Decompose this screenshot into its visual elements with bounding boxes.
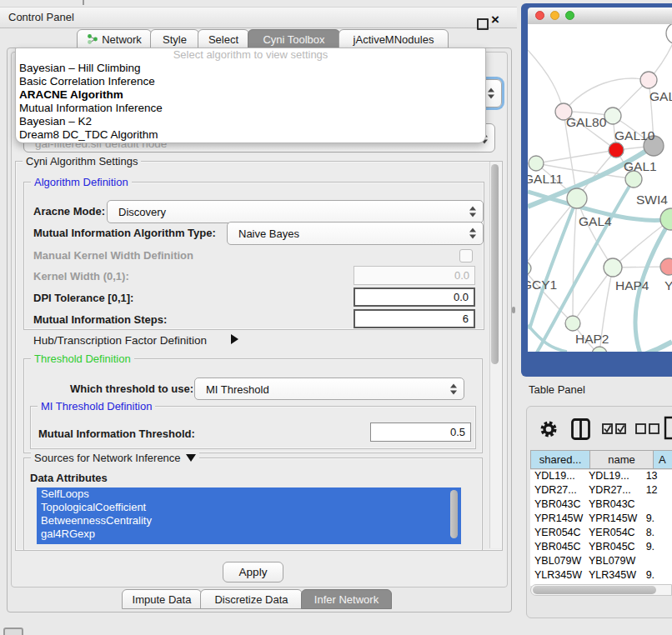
table-row[interactable]: YLR345WYLR345W9. — [530, 569, 672, 583]
tab-infer-network[interactable]: Infer Network — [301, 589, 392, 609]
network-window: GAL GAL80 GAL10 GAL1 GAL11 SWI4 GAL4 GCY… — [521, 3, 672, 377]
network-node-gal1-selected[interactable] — [609, 142, 624, 158]
network-node-hap4[interactable] — [604, 258, 622, 277]
dpi-tolerance-field[interactable]: 0.0 — [354, 288, 475, 307]
kernel-width-field: 0.0 — [354, 266, 475, 285]
attribute-item[interactable]: TopologicalCoefficient — [37, 501, 461, 514]
network-node[interactable] — [660, 208, 672, 230]
tab-discretize-data[interactable]: Discretize Data — [200, 589, 303, 609]
apply-button[interactable]: Apply — [223, 562, 283, 582]
table-row[interactable]: YPR145WYPR145W9. — [530, 512, 672, 527]
partial-bottom-icon[interactable] — [3, 628, 23, 635]
tab-style[interactable]: Style — [150, 29, 199, 49]
tab-impute-data[interactable]: Impute Data — [122, 589, 202, 609]
attribute-list-scrollbar[interactable] — [450, 490, 458, 538]
minimize-traffic-light-icon[interactable] — [550, 11, 559, 20]
tab-cyni-toolbox[interactable]: Cyni Toolbox — [248, 29, 340, 49]
aracne-mode-value: Discovery — [118, 206, 166, 218]
tab-label: Select — [208, 33, 238, 46]
mi-threshold-label: Mutual Information Threshold: — [38, 428, 195, 440]
kernel-width-label: Kernel Width (0,1): — [33, 270, 129, 282]
table-row[interactable]: YDR27...YDR27...12 — [530, 484, 672, 498]
node-label: GAL10 — [614, 128, 655, 142]
select-all-checks-icon[interactable] — [602, 423, 627, 435]
network-window-titlebar[interactable] — [528, 8, 672, 25]
which-threshold-value: MI Threshold — [206, 382, 269, 395]
top-strip-mark — [83, 0, 84, 5]
dropdown-item[interactable]: Basic Correlation Inference — [16, 75, 485, 88]
tab-label: Impute Data — [133, 593, 192, 606]
mi-algorithm-type-combo[interactable]: Naive Bayes — [227, 222, 484, 245]
close-icon[interactable]: × — [491, 12, 499, 28]
network-node[interactable] — [592, 347, 607, 352]
data-attributes-label: Data Attributes — [30, 472, 108, 484]
network-node-gal10[interactable] — [604, 108, 621, 124]
table-row[interactable]: YBL079WYBL079W — [530, 555, 672, 569]
table-row[interactable]: YDL19...YDL19...13 — [530, 470, 672, 484]
columns-icon[interactable] — [570, 418, 592, 441]
attribute-item[interactable]: SelfLoops — [37, 488, 461, 501]
mi-threshold-field[interactable]: 0.5 — [370, 422, 471, 442]
tab-jactivemnodules[interactable]: jActiveMNodules — [339, 29, 449, 49]
network-node-gal11[interactable] — [529, 156, 544, 171]
node-label: HAP4 — [615, 278, 649, 292]
combo-stepper-icon — [450, 383, 458, 394]
data-attributes-list[interactable]: SelfLoops TopologicalCoefficient Between… — [37, 488, 461, 544]
network-canvas[interactable]: GAL GAL80 GAL10 GAL1 GAL11 SWI4 GAL4 GCY… — [528, 24, 672, 352]
deselect-all-checks-icon[interactable] — [635, 423, 660, 435]
attribute-item[interactable]: BetweennessCentrality — [37, 514, 461, 528]
tab-select[interactable]: Select — [198, 29, 249, 49]
mi-threshold-title: MI Threshold Definition — [38, 400, 155, 412]
dropdown-item[interactable]: Bayesian – Hill Climbing — [16, 62, 485, 75]
node-label: GAL11 — [528, 172, 563, 186]
function-file-icon[interactable] — [664, 416, 672, 441]
attribute-item[interactable]: gal4RGexp — [37, 528, 461, 541]
table-header-partial[interactable]: A — [653, 450, 672, 469]
threshold-definition-title: Threshold Definition — [31, 352, 134, 365]
settings-scrollbar-thumb[interactable] — [491, 164, 499, 364]
expander-down-icon[interactable] — [186, 454, 196, 462]
control-panel-title: Control Panel — [8, 11, 74, 23]
manual-kernel-width-checkbox[interactable] — [459, 249, 473, 262]
tab-label: Cyni Toolbox — [263, 33, 324, 46]
expander-right-icon[interactable] — [231, 334, 238, 344]
which-threshold-combo[interactable]: MI Threshold — [194, 378, 464, 400]
network-node-swi4[interactable] — [625, 171, 642, 188]
table-row[interactable]: YBR043CYBR043C — [530, 498, 672, 512]
node-label: Y — [664, 278, 672, 292]
table-hscrollbar-thumb[interactable] — [533, 586, 656, 594]
dropdown-item-selected[interactable]: ARACNE Algorithm — [16, 88, 485, 102]
aracne-mode-combo[interactable]: Discovery — [107, 200, 484, 223]
algorithm-definition-title: Algorithm Definition — [31, 176, 132, 188]
table-row[interactable]: YBR045CYBR045C9. — [530, 541, 672, 555]
network-graph[interactable]: GAL GAL80 GAL10 GAL1 GAL11 SWI4 GAL4 GCY… — [528, 24, 672, 352]
mi-steps-field[interactable]: 6 — [354, 309, 475, 328]
network-node-hap2[interactable] — [565, 316, 580, 331]
network-nodes[interactable] — [528, 24, 672, 352]
zoom-traffic-light-icon[interactable] — [565, 11, 574, 20]
table-row[interactable]: YER054CYER054C8. — [530, 527, 672, 541]
network-node-gal4[interactable] — [567, 188, 587, 208]
network-node[interactable] — [640, 72, 657, 88]
tab-label: Network — [102, 33, 142, 46]
gear-icon[interactable] — [539, 419, 559, 439]
network-node[interactable] — [666, 24, 672, 44]
hub-section-label: Hub/Transcription Factor Definition — [33, 334, 207, 347]
dropdown-item[interactable]: Bayesian – K2 — [16, 115, 485, 128]
table-header-shared[interactable]: shared... — [530, 450, 590, 469]
network-node-gcy1[interactable] — [528, 262, 531, 275]
table-panel-title: Table Panel — [529, 383, 585, 396]
float-window-icon[interactable] — [477, 18, 489, 30]
panel-splitter-handle[interactable] — [512, 307, 515, 313]
close-traffic-light-icon[interactable] — [535, 11, 544, 20]
network-node-labels: GAL GAL80 GAL10 GAL1 GAL11 SWI4 GAL4 GCY… — [528, 89, 672, 346]
combo-stepper-icon — [469, 228, 477, 239]
table-header-name[interactable]: name — [589, 450, 654, 469]
node-label: GAL — [649, 89, 672, 103]
network-node[interactable] — [660, 258, 672, 275]
aracne-mode-label: Aracne Mode: — [33, 205, 105, 218]
settings-group-title: Cyni Algorithm Settings — [23, 155, 141, 168]
dropdown-item[interactable]: Dream8 DC_TDC Algorithm — [16, 128, 485, 142]
dropdown-item[interactable]: Mutual Information Inference — [16, 102, 485, 115]
tab-network[interactable]: Network — [77, 29, 152, 49]
